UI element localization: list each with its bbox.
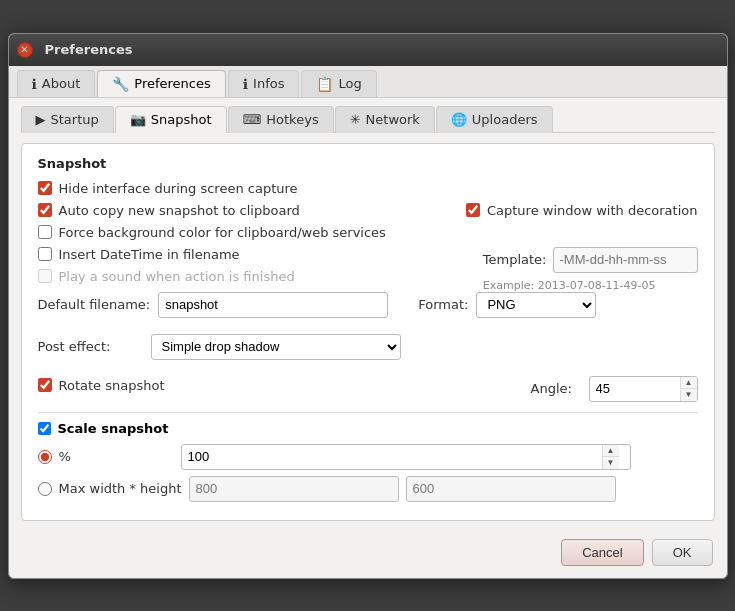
percent-spinbox-buttons: ▲ ▼ <box>602 445 619 469</box>
bottom-bar: Cancel OK <box>9 529 727 578</box>
tab-log[interactable]: 📋 Log <box>301 70 376 97</box>
inner-tab-hotkeys-label: Hotkeys <box>266 112 318 127</box>
auto-copy-row: Auto copy new snapshot to clipboard <box>38 203 300 218</box>
rotate-label[interactable]: Rotate snapshot <box>59 378 165 393</box>
capture-window-row: Capture window with decoration <box>466 203 698 218</box>
default-filename-input[interactable] <box>158 292 388 318</box>
insert-datetime-row: Insert DateTime in filename <box>38 247 295 262</box>
play-sound-row: Play a sound when action is finished <box>38 269 295 284</box>
rotate-checkbox[interactable] <box>38 378 52 392</box>
hotkeys-icon: ⌨ <box>243 112 262 127</box>
percent-label[interactable]: % <box>59 449 174 464</box>
window-title: Preferences <box>45 42 133 57</box>
top-tab-bar: ℹ About 🔧 Preferences ℹ Infos 📋 Log <box>9 66 727 98</box>
capture-window-checkbox[interactable] <box>466 203 480 217</box>
angle-input[interactable] <box>590 378 680 399</box>
separator <box>38 412 698 413</box>
percent-radio[interactable] <box>38 450 52 464</box>
inner-tab-uploaders[interactable]: 🌐 Uploaders <box>436 106 553 133</box>
post-effect-label: Post effect: <box>38 339 143 354</box>
inner-tab-network-label: Network <box>366 112 420 127</box>
ok-button[interactable]: OK <box>652 539 713 566</box>
scale-checkbox[interactable] <box>38 422 51 435</box>
scale-title-row: Scale snapshot <box>38 421 698 436</box>
log-icon: 📋 <box>316 76 333 92</box>
max-wh-row: Max width * height <box>38 476 698 502</box>
tab-preferences-label: Preferences <box>134 76 210 91</box>
network-icon: ✳ <box>350 112 361 127</box>
auto-copy-checkbox[interactable] <box>38 203 52 217</box>
cancel-button[interactable]: Cancel <box>561 539 643 566</box>
close-button[interactable]: ✕ <box>17 42 33 58</box>
inner-tab-startup[interactable]: ▶ Startup <box>21 106 114 133</box>
default-filename-label: Default filename: <box>38 297 151 312</box>
force-bg-checkbox[interactable] <box>38 225 52 239</box>
hide-interface-checkbox[interactable] <box>38 181 52 195</box>
height-input <box>406 476 616 502</box>
inner-tab-startup-label: Startup <box>51 112 99 127</box>
preferences-icon: 🔧 <box>112 76 129 92</box>
force-bg-row: Force background color for clipboard/web… <box>38 225 698 240</box>
max-wh-label[interactable]: Max width * height <box>59 481 182 496</box>
force-bg-label[interactable]: Force background color for clipboard/web… <box>59 225 386 240</box>
inner-tab-hotkeys[interactable]: ⌨ Hotkeys <box>228 106 334 133</box>
inner-tab-bar: ▶ Startup 📷 Snapshot ⌨ Hotkeys ✳ Network… <box>21 106 715 133</box>
angle-spinbox: ▲ ▼ <box>589 376 698 402</box>
template-label: Template: <box>483 252 547 267</box>
angle-down-button[interactable]: ▼ <box>681 389 697 401</box>
play-sound-label: Play a sound when action is finished <box>59 269 295 284</box>
percent-down-button[interactable]: ▼ <box>603 457 619 469</box>
angle-spinbox-buttons: ▲ ▼ <box>680 377 697 401</box>
play-sound-checkbox <box>38 269 52 283</box>
angle-row: Angle: ▲ ▼ <box>531 376 698 402</box>
width-input <box>189 476 399 502</box>
percent-up-button[interactable]: ▲ <box>603 445 619 458</box>
tab-preferences[interactable]: 🔧 Preferences <box>97 70 225 97</box>
template-input[interactable] <box>553 247 698 273</box>
scale-label[interactable]: Scale snapshot <box>58 421 169 436</box>
example-text: Example: 2013-07-08-11-49-05 <box>483 279 698 292</box>
tab-about[interactable]: ℹ About <box>17 70 96 97</box>
panel-title: Snapshot <box>38 156 698 171</box>
percent-row: % ▲ ▼ <box>38 444 698 470</box>
preferences-window: ✕ Preferences ℹ About 🔧 Preferences ℹ In… <box>8 33 728 579</box>
angle-up-button[interactable]: ▲ <box>681 377 697 390</box>
capture-window-label[interactable]: Capture window with decoration <box>487 203 698 218</box>
format-dropdown[interactable]: PNG JPG BMP TIFF <box>476 292 596 318</box>
inner-tab-network[interactable]: ✳ Network <box>335 106 435 133</box>
angle-label: Angle: <box>531 381 581 396</box>
inner-tab-snapshot-label: Snapshot <box>151 112 212 127</box>
post-effect-row: Post effect: Simple drop shadow None Bor… <box>38 334 401 360</box>
about-icon: ℹ <box>32 76 37 92</box>
tab-infos[interactable]: ℹ Infos <box>228 70 300 97</box>
default-filename-row: Default filename: <box>38 292 389 318</box>
max-wh-radio[interactable] <box>38 482 52 496</box>
snapshot-icon: 📷 <box>130 112 146 127</box>
hide-interface-row: Hide interface during screen capture <box>38 181 698 196</box>
scale-section: Scale snapshot % ▲ ▼ <box>38 421 698 502</box>
tab-log-label: Log <box>338 76 361 91</box>
percent-input[interactable] <box>182 446 602 467</box>
snapshot-panel: Snapshot Hide interface during screen ca… <box>21 143 715 521</box>
infos-icon: ℹ <box>243 76 248 92</box>
tab-about-label: About <box>42 76 80 91</box>
startup-icon: ▶ <box>36 112 46 127</box>
insert-datetime-label[interactable]: Insert DateTime in filename <box>59 247 240 262</box>
rotate-row: Rotate snapshot <box>38 378 165 393</box>
percent-spinbox: ▲ ▼ <box>181 444 631 470</box>
inner-tab-uploaders-label: Uploaders <box>472 112 538 127</box>
tab-infos-label: Infos <box>253 76 284 91</box>
format-label: Format: <box>418 297 468 312</box>
uploaders-icon: 🌐 <box>451 112 467 127</box>
inner-tab-snapshot[interactable]: 📷 Snapshot <box>115 106 227 133</box>
auto-copy-label[interactable]: Auto copy new snapshot to clipboard <box>59 203 300 218</box>
template-block: Template: Example: 2013-07-08-11-49-05 <box>483 247 698 292</box>
format-row: Format: PNG JPG BMP TIFF <box>418 292 596 318</box>
titlebar: ✕ Preferences <box>9 34 727 66</box>
tab-content: ▶ Startup 📷 Snapshot ⌨ Hotkeys ✳ Network… <box>9 98 727 529</box>
insert-datetime-checkbox[interactable] <box>38 247 52 261</box>
post-effect-dropdown[interactable]: Simple drop shadow None Border <box>151 334 401 360</box>
hide-interface-label[interactable]: Hide interface during screen capture <box>59 181 298 196</box>
